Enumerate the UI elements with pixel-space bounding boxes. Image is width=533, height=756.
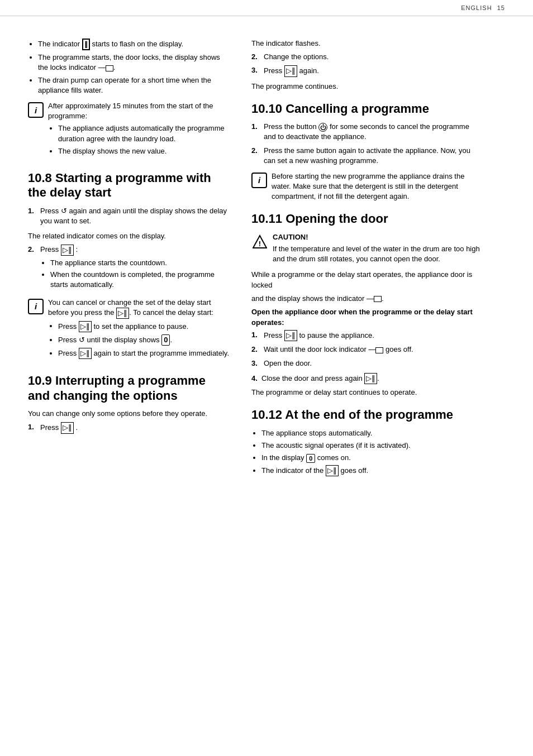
caution-text-11: If the temperature and level of the wate… (273, 244, 480, 264)
info-icon-8: i (28, 299, 44, 314)
info-box-10: i Before starting the new programme the … (251, 171, 480, 202)
section-11-step-2: 2. Wait until the door lock indicator ― … (251, 344, 480, 355)
info-bullet-1a: The appliance adjusts automatically the … (58, 123, 229, 143)
section-8-steps: 1. Press ↺ again and again until the dis… (28, 206, 229, 227)
section-10-num: 10.10 (251, 102, 282, 116)
section-8-heading: 10.8 Starting a programme with the delay… (28, 171, 229, 200)
caution-icon-11: ! (251, 233, 268, 250)
section-11-step4: 4. Close the door and press again ▷‖. (251, 373, 480, 384)
info-bullet-1b: The display shows the new value. (58, 146, 229, 156)
section-9-after-step1: The indicator flashes. (251, 39, 480, 49)
section-12-bullet-3: In the display 0 comes on. (261, 453, 480, 463)
section-8-step-1: 1. Press ↺ again and again until the dis… (28, 206, 229, 227)
section-9-intro: You can change only some options before … (28, 409, 229, 419)
header-text: ENGLISH (461, 4, 492, 11)
info-text-10: Before starting the new programme the ap… (272, 172, 464, 200)
page-number: 15 (497, 4, 505, 11)
section-11-para2: and the display shows the indicator ―. (251, 294, 480, 304)
section-8-step2-bullet-1: The appliance starts the countdown. (50, 258, 229, 268)
section-10-step-2: 2. Press the same button again to activa… (251, 146, 480, 166)
section-11-step-3: 3. Open the door. (251, 358, 480, 369)
info-content-8: You can cancel or change the set of the … (48, 298, 229, 364)
section-9-step-1: 1. Press ▷‖ . (28, 422, 229, 433)
info-bullet-8b: Press ↺ until the display shows 0. (58, 334, 229, 346)
section-9-step1-list: 1. Press ▷‖ . (28, 422, 229, 433)
section-12-heading: 10.12 At the end of the programme (251, 408, 480, 422)
left-column: The indicator ‖ starts to flash on the d… (0, 39, 240, 756)
section-8-step-2: 2. Press ▷‖ : The appliance starts the c… (28, 245, 229, 292)
caution-title-11: CAUTION! (273, 232, 480, 242)
intro-bullet-list: The indicator ‖ starts to flash on the d… (38, 39, 229, 95)
info-icon-1: i (28, 102, 44, 118)
info-box-8: i You can cancel or change the set of th… (28, 298, 229, 364)
section-8-after-step1: The related indicator comes on the displ… (28, 231, 229, 241)
info-bullet-list-1: The appliance adjusts automatically the … (58, 123, 229, 156)
section-9-step-3: 3. Press ▷‖ again. (251, 65, 480, 76)
section-8-step2-bullet-2: When the countdown is completed, the pro… (50, 270, 229, 290)
info-box-1: i After approximately 15 minutes from th… (28, 101, 229, 161)
section-12-bullet-4: The indicator of the ▷‖ goes off. (261, 465, 480, 476)
section-10-heading: 10.10 Cancelling a programme (251, 102, 480, 116)
section-12-bullet-1: The appliance stops automatically. (261, 428, 480, 438)
info-bullet-8a: Press ▷‖ to set the appliance to pause. (58, 321, 229, 332)
section-11-bold-heading: Open the appliance door when the program… (251, 307, 480, 327)
info-content-1: After approximately 15 minutes from the … (48, 101, 229, 161)
caution-triangle-icon: ! (253, 235, 267, 249)
section-10-step-1: 1. Press the button ⏻ for some seconds t… (251, 122, 480, 142)
section-11-step-1: 1. Press ▷‖ to pause the appliance. (251, 330, 480, 341)
section-8-num: 10.8 (28, 171, 52, 185)
section-9-heading: 10.9 Interrupting a programme and changi… (28, 374, 229, 403)
info-content-10: Before starting the new programme the ap… (272, 171, 480, 202)
intro-bullet-1: The indicator ‖ starts to flash on the d… (38, 39, 229, 50)
page-content: The indicator ‖ starts to flash on the d… (0, 22, 533, 756)
section-9-steps-cont: 2. Change the options. 3. Press ▷‖ again… (251, 52, 480, 76)
section-9-after-step3: The programme continues. (251, 82, 480, 92)
section-9-step-2: 2. Change the options. (251, 52, 480, 62)
right-column: The indicator flashes. 2. Change the opt… (240, 39, 508, 756)
svg-text:!: ! (259, 240, 261, 248)
section-11-steps: 1. Press ▷‖ to pause the appliance. 2. W… (251, 330, 480, 369)
intro-bullet-2: The programme starts, the door locks, th… (38, 52, 229, 73)
section-9-num: 10.9 (28, 374, 52, 387)
section-11-heading: 10.11 Opening the door (251, 212, 480, 226)
section-8-step2-list: 2. Press ▷‖ : The appliance starts the c… (28, 245, 229, 292)
section-10-steps: 1. Press the button ⏻ for some seconds t… (251, 122, 480, 166)
info-text-8: You can cancel or change the set of the … (48, 298, 213, 317)
section-12-bullet-2: The acoustic signal operates (if it is a… (261, 441, 480, 451)
section-11-num: 10.11 (251, 212, 282, 226)
page-header: ENGLISH 15 (0, 0, 533, 16)
intro-bullet-3: The drain pump can operate for a short t… (38, 75, 229, 95)
section-12-num: 10.12 (251, 408, 282, 422)
section-11-after-step4: The programme or delay start continues t… (251, 387, 480, 398)
info-bullet-8c: Press ▷‖ again to start the programme im… (58, 348, 229, 359)
section-8-step2-bullets: The appliance starts the countdown. When… (50, 258, 229, 290)
info-bullet-list-8: Press ▷‖ to set the appliance to pause. … (58, 321, 229, 360)
caution-content-11: CAUTION! If the temperature and level of… (273, 232, 480, 265)
info-text-1: After approximately 15 minutes from the … (48, 102, 213, 120)
section-12-bullets: The appliance stops automatically. The a… (261, 428, 480, 477)
caution-box-11: ! CAUTION! If the temperature and level … (251, 232, 480, 265)
section-11-para1: While a programme or the delay start ope… (251, 270, 480, 290)
info-icon-10: i (251, 173, 267, 188)
